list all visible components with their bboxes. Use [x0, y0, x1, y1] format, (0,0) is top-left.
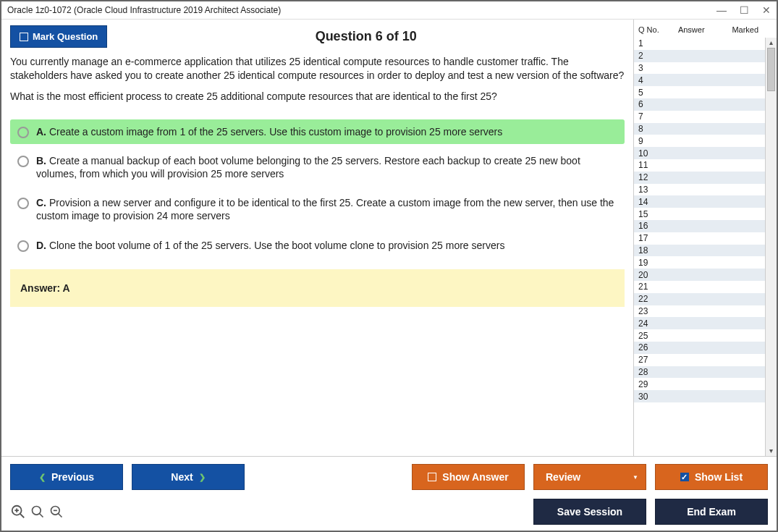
question-list-row[interactable]: 21	[634, 281, 765, 293]
radio-icon[interactable]	[17, 198, 29, 209]
svg-line-5	[40, 514, 43, 518]
qno-cell: 16	[634, 221, 660, 231]
question-list-row[interactable]: 12	[634, 172, 765, 184]
question-list-row[interactable]: 24	[634, 317, 765, 329]
qno-cell: 22	[634, 294, 660, 304]
mark-question-label: Mark Question	[33, 31, 98, 42]
show-answer-button[interactable]: Show Answer	[412, 464, 525, 490]
question-list[interactable]: 1234567891011121314151617181920212223242…	[634, 38, 765, 456]
question-list-row[interactable]: 28	[634, 366, 765, 379]
question-list-row[interactable]: 1	[634, 38, 765, 50]
question-list-row[interactable]: 10	[634, 147, 765, 159]
main-panel: Mark Question Question 6 of 10 You curre…	[1, 20, 633, 456]
mark-question-button[interactable]: Mark Question	[10, 25, 107, 48]
question-list-row[interactable]: 7	[634, 111, 765, 123]
question-text: You currently manage an e-commerce appli…	[10, 55, 625, 111]
scroll-thumb[interactable]	[767, 48, 775, 91]
qno-cell: 1	[634, 38, 660, 48]
qno-cell: 23	[634, 306, 660, 316]
option-text: D. Clone the boot volume of 1 of the 25 …	[36, 239, 617, 252]
chevron-left-icon: ❮	[39, 473, 46, 482]
zoom-in-icon[interactable]	[30, 504, 45, 519]
scroll-down-icon[interactable]: ▾	[766, 446, 777, 456]
question-list-row[interactable]: 6	[634, 98, 765, 111]
question-list-row[interactable]: 23	[634, 305, 765, 318]
save-session-button[interactable]: Save Session	[533, 499, 646, 525]
question-list-row[interactable]: 9	[634, 135, 765, 147]
show-list-label: Show List	[695, 471, 743, 483]
option-letter: A.	[36, 126, 49, 138]
save-session-label: Save Session	[557, 506, 622, 518]
qno-cell: 29	[634, 379, 660, 389]
question-list-row[interactable]: 5	[634, 86, 765, 98]
end-exam-button[interactable]: End Exam	[655, 499, 768, 525]
qno-cell: 6	[634, 99, 660, 109]
question-list-row[interactable]: 17	[634, 232, 765, 245]
option-a[interactable]: A. Create a custom image from 1 of the 2…	[10, 119, 625, 144]
maximize-icon[interactable]: ☐	[740, 4, 749, 16]
scroll-track[interactable]	[766, 48, 777, 446]
option-c[interactable]: C. Provision a new server and configure …	[10, 190, 625, 228]
question-list-row[interactable]: 27	[634, 354, 765, 366]
question-list-row[interactable]: 14	[634, 195, 765, 208]
option-body: Provision a new server and configure it …	[36, 197, 614, 221]
question-list-row[interactable]: 15	[634, 208, 765, 220]
question-list-row[interactable]: 3	[634, 62, 765, 75]
radio-icon[interactable]	[17, 240, 29, 252]
show-list-button[interactable]: Show List	[655, 464, 768, 490]
scroll-up-icon[interactable]: ▴	[766, 38, 777, 48]
col-header-marked: Marked	[719, 25, 773, 34]
question-list-row[interactable]: 13	[634, 184, 765, 196]
qno-cell: 21	[634, 282, 660, 292]
question-paragraph-2: What is the most efficient process to cr…	[10, 90, 625, 104]
review-label: Review	[546, 471, 580, 483]
question-list-row[interactable]: 30	[634, 390, 765, 402]
option-d[interactable]: D. Clone the boot volume of 1 of the 25 …	[10, 233, 625, 258]
zoom-out-icon[interactable]	[49, 504, 64, 519]
review-button[interactable]: Review ▼	[533, 464, 646, 490]
footer-right-buttons: Save Session End Exam	[533, 499, 768, 525]
question-list-row[interactable]: 8	[634, 123, 765, 135]
option-letter: B.	[36, 155, 49, 166]
question-list-row[interactable]: 25	[634, 329, 765, 342]
scrollbar[interactable]: ▴ ▾	[765, 38, 777, 456]
option-text: B. Create a manual backup of each boot v…	[36, 154, 617, 180]
question-list-row[interactable]: 20	[634, 269, 765, 281]
window-controls: — ☐ ✕	[716, 4, 771, 16]
qno-cell: 25	[634, 331, 660, 341]
qno-cell: 15	[634, 209, 660, 219]
previous-label: Previous	[51, 471, 94, 483]
radio-icon[interactable]	[17, 156, 29, 167]
svg-line-1	[20, 514, 25, 518]
svg-line-7	[59, 514, 62, 518]
question-list-row[interactable]: 19	[634, 256, 765, 269]
option-b[interactable]: B. Create a manual backup of each boot v…	[10, 148, 625, 186]
question-list-row[interactable]: 22	[634, 293, 765, 305]
col-header-answer: Answer	[664, 25, 719, 34]
end-exam-label: End Exam	[687, 506, 736, 518]
question-paragraph-1: You currently manage an e-commerce appli…	[10, 55, 625, 83]
question-list-row[interactable]: 29	[634, 378, 765, 390]
radio-icon[interactable]	[17, 127, 29, 138]
qno-cell: 3	[634, 63, 660, 73]
minimize-icon[interactable]: —	[716, 4, 727, 16]
content-area: Mark Question Question 6 of 10 You curre…	[1, 20, 777, 456]
question-header: Mark Question Question 6 of 10	[10, 25, 625, 48]
option-body: Create a manual backup of each boot volu…	[36, 155, 580, 180]
question-list-row[interactable]: 11	[634, 159, 765, 172]
question-list-row[interactable]: 4	[634, 74, 765, 86]
footer: ❮ Previous Next ❯ Show Answer Review ▼ S…	[1, 456, 777, 531]
question-list-row[interactable]: 16	[634, 220, 765, 232]
question-list-row[interactable]: 18	[634, 245, 765, 257]
svg-point-4	[33, 507, 41, 515]
next-button[interactable]: Next ❯	[132, 464, 245, 490]
option-text: C. Provision a new server and configure …	[36, 196, 617, 222]
previous-button[interactable]: ❮ Previous	[10, 464, 123, 490]
window-title: Oracle 1z0-1072 (Oracle Cloud Infrastruc…	[7, 5, 281, 15]
option-body: Clone the boot volume of 1 of the 25 ser…	[49, 240, 505, 251]
question-list-row[interactable]: 2	[634, 50, 765, 62]
zoom-reset-icon[interactable]	[10, 504, 26, 520]
close-icon[interactable]: ✕	[762, 4, 771, 16]
question-list-row[interactable]: 26	[634, 342, 765, 354]
qno-cell: 20	[634, 270, 660, 280]
